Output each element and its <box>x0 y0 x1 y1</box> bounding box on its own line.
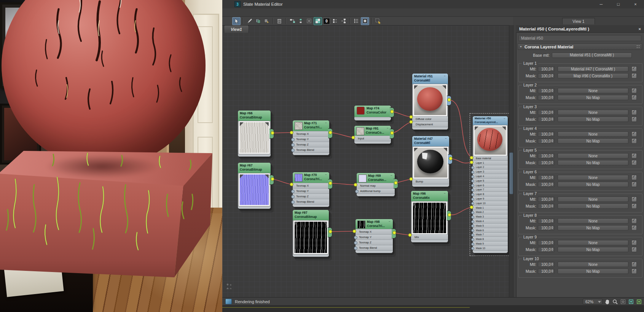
canvas-tab-view1[interactable]: View1 <box>224 25 249 33</box>
node-input-row[interactable]: Base material <box>473 156 508 160</box>
node-input-row[interactable]: Texmap Blend <box>293 147 329 152</box>
node-preview[interactable] <box>293 221 328 254</box>
zoom-level-dropdown[interactable]: 62% <box>583 299 603 304</box>
material-preview-icon[interactable] <box>361 17 369 25</box>
zoom-icon[interactable] <box>612 298 618 305</box>
node-input-row[interactable]: Mask 10 <box>473 246 508 250</box>
input-socket[interactable] <box>291 195 295 198</box>
collapse-icon[interactable]: − <box>324 122 328 125</box>
input-socket[interactable] <box>291 143 295 147</box>
close-button[interactable]: × <box>627 0 644 8</box>
node-input-row[interactable]: Layer 1 <box>473 160 508 165</box>
node-preview[interactable] <box>412 202 447 234</box>
output-socket[interactable] <box>269 129 274 139</box>
mtl-checkbox[interactable] <box>631 262 637 267</box>
input-socket[interactable] <box>291 200 295 204</box>
input-socket[interactable] <box>471 243 474 246</box>
input-socket[interactable] <box>471 171 474 174</box>
mask-checkbox[interactable] <box>631 73 637 78</box>
input-socket[interactable] <box>471 184 474 187</box>
output-socket[interactable] <box>390 107 394 117</box>
node-input-row[interactable]: Mix <box>411 234 448 240</box>
input-socket[interactable] <box>471 193 474 196</box>
input-socket[interactable] <box>471 189 474 192</box>
panel-close-icon[interactable]: × <box>639 27 641 31</box>
node-input-row[interactable]: Mask 5 <box>473 223 508 228</box>
input-socket[interactable] <box>354 241 357 245</box>
mtl-spinner[interactable]: 100,0 <box>538 131 555 137</box>
pick-material-icon[interactable] <box>246 18 253 25</box>
material-id-icon[interactable] <box>331 18 339 25</box>
node-input-row[interactable]: Layer 3 <box>473 169 508 174</box>
input-socket[interactable] <box>291 138 295 141</box>
mask-checkbox[interactable] <box>631 117 637 122</box>
input-socket[interactable] <box>471 229 474 232</box>
mask-button[interactable]: No Map <box>558 203 628 209</box>
menu-item[interactable] <box>239 8 247 17</box>
mtl-spinner[interactable]: 100,0 <box>538 218 555 224</box>
node-input-row[interactable]: Mask 7 <box>473 232 508 237</box>
node-input-row[interactable]: Texmap Z <box>293 194 329 199</box>
node-map70[interactable]: Map #70CoronaTri... − Texmap XTexmap YTe… <box>292 172 330 207</box>
node-mat50[interactable]: Material #50CoronaLayered... − Base mate… <box>472 116 508 253</box>
zoom-extents-icon[interactable] <box>628 298 634 305</box>
rollout-header[interactable]: ▼ Corona Layered Material <box>518 43 642 50</box>
node-input-row[interactable]: Layer 9 <box>473 196 508 201</box>
mask-button[interactable]: No Map <box>558 182 628 187</box>
mask-checkbox[interactable] <box>631 247 637 252</box>
node-input-row[interactable]: Layer 6 <box>473 183 508 187</box>
node-input-row[interactable]: Layer 10 <box>473 201 508 205</box>
node-input-row[interactable]: Bump <box>412 179 449 184</box>
node-map69[interactable]: Map #69CoronaNo... − Normal mapAdditiona… <box>356 173 395 197</box>
node-input-row[interactable]: Diffuse color <box>412 116 448 122</box>
mask-checkbox[interactable] <box>631 225 637 230</box>
mask-spinner[interactable]: 100,0 <box>538 247 555 252</box>
pan-zoom-tool-icon[interactable] <box>375 18 382 25</box>
collapse-icon[interactable]: − <box>443 192 446 195</box>
mask-button[interactable]: No Map <box>558 269 628 274</box>
put-to-library-icon[interactable] <box>263 18 270 25</box>
dock-tab-view1[interactable]: View 1 <box>562 18 595 24</box>
hide-unused-nodeslots-icon[interactable] <box>297 18 304 25</box>
mask-spinner[interactable]: 100,0 <box>538 138 555 144</box>
node-input-row[interactable]: Input <box>354 136 391 141</box>
input-socket[interactable] <box>471 211 474 214</box>
node-input-row[interactable]: Additional bump <box>357 188 395 194</box>
mask-checkbox[interactable] <box>631 95 637 100</box>
mask-spinner[interactable]: 100,0 <box>538 95 555 100</box>
mask-spinner[interactable]: 100,0 <box>538 269 555 274</box>
menu-item[interactable] <box>289 8 298 17</box>
mask-checkbox[interactable] <box>631 138 637 144</box>
menu-item[interactable] <box>231 8 239 17</box>
minimize-button[interactable]: ─ <box>593 0 610 8</box>
output-socket[interactable] <box>447 211 451 221</box>
base-mtl-button[interactable]: Material #51 ( CoronaMtl ) <box>552 53 632 58</box>
mtl-checkbox[interactable] <box>631 110 637 115</box>
menu-item[interactable] <box>264 8 273 17</box>
node-input-row[interactable]: Mask 3 <box>473 214 508 219</box>
node-map98[interactable]: Map #98CoronaTri... − Texmap XTexmap YTe… <box>355 219 393 253</box>
zoom-region-icon[interactable] <box>620 298 626 305</box>
node-input-row[interactable]: Layer 4 <box>473 174 508 178</box>
mask-checkbox[interactable] <box>631 160 637 165</box>
node-input-row[interactable]: Texmap X <box>293 131 329 136</box>
node-input-row[interactable]: Texmap Blend <box>293 199 329 204</box>
output-socket[interactable] <box>328 128 333 138</box>
node-input-row[interactable]: Layer 7 <box>473 187 508 192</box>
mtl-checkbox[interactable] <box>631 66 637 72</box>
collapse-icon[interactable]: − <box>444 137 448 140</box>
input-socket[interactable] <box>291 190 295 193</box>
delete-icon[interactable] <box>276 18 283 25</box>
mask-spinner[interactable]: 100,0 <box>538 160 555 165</box>
assign-material-icon[interactable] <box>254 18 262 25</box>
input-socket[interactable] <box>471 247 474 250</box>
menu-item[interactable] <box>273 8 281 17</box>
mask-spinner[interactable]: 100,0 <box>538 117 555 122</box>
mask-spinner[interactable]: 100,0 <box>538 203 555 209</box>
mtl-checkbox[interactable] <box>631 197 637 202</box>
node-input-row[interactable]: Texmap Y <box>355 234 393 240</box>
node-preview[interactable] <box>413 147 448 179</box>
mask-spinner[interactable]: 100,0 <box>538 225 555 230</box>
mtl-button[interactable]: None <box>558 88 628 93</box>
move-children-icon[interactable] <box>289 18 296 25</box>
